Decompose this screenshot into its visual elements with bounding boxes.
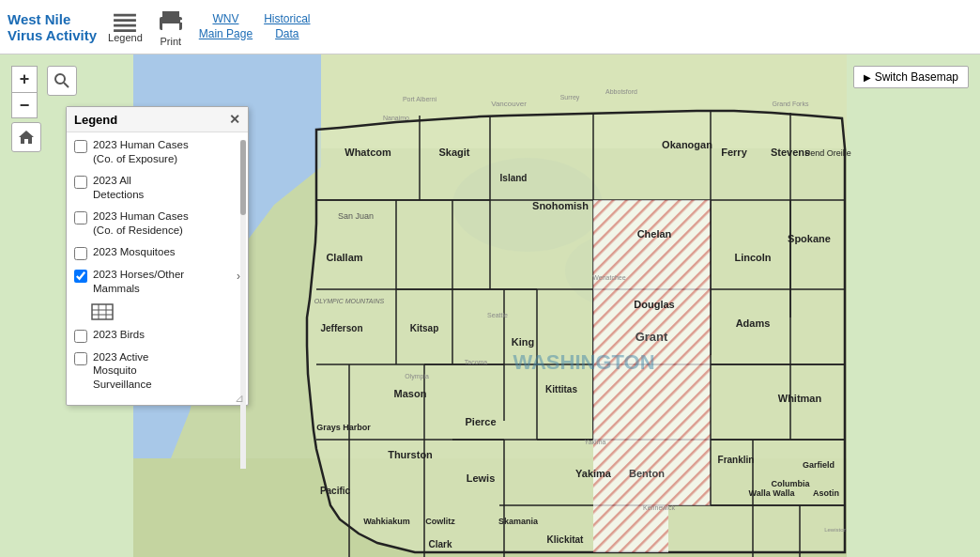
legend-label-mosquitoes: 2023 Mosquitoes (93, 245, 176, 259)
legend-checkbox-mosquitoes[interactable] (74, 247, 87, 260)
svg-text:WASHINGTON: WASHINGTON (513, 350, 654, 374)
svg-text:Spokane: Spokane (788, 233, 831, 244)
legend-scrollbar[interactable] (240, 140, 246, 469)
table-icon (91, 303, 114, 320)
legend-icon (112, 11, 138, 32)
svg-text:Wahkiakum: Wahkiakum (363, 517, 410, 526)
svg-text:Kittitas: Kittitas (545, 384, 577, 395)
svg-text:Tacoma: Tacoma (465, 359, 488, 365)
svg-text:Grand Forks: Grand Forks (773, 101, 809, 107)
svg-text:Klickitat: Klickitat (547, 534, 585, 545)
legend-label-human-cases-residence: 2023 Human Cases(Co. of Residence) (93, 209, 189, 238)
svg-text:Lewiston: Lewiston (824, 527, 847, 533)
legend-title: Legend (74, 113, 117, 127)
zoom-in-button[interactable]: + (11, 66, 38, 92)
switch-basemap-button[interactable]: ▶ Switch Basemap (853, 66, 969, 88)
svg-text:Okanogan: Okanogan (662, 139, 712, 150)
svg-text:Whatcom: Whatcom (345, 147, 391, 158)
svg-text:Skamania: Skamania (498, 517, 539, 526)
legend-label-human-cases-exposure: 2023 Human Cases(Co. of Exposure) (93, 138, 189, 166)
svg-text:Abbotsford: Abbotsford (605, 88, 637, 95)
svg-line-107 (64, 83, 69, 87)
legend-item-birds: 2023 Birds (74, 328, 240, 343)
header: West Nile Virus Activity Legend Print WN… (0, 0, 980, 54)
svg-text:Grays Harbor: Grays Harbor (316, 423, 371, 432)
legend-checkbox-human-cases-exposure[interactable] (74, 140, 87, 153)
svg-text:Skagit: Skagit (438, 147, 469, 158)
legend-checkbox-active-mosquito[interactable] (74, 352, 87, 365)
legend-panel: Legend ✕ 2023 Human Cases(Co. of Exposur… (66, 106, 249, 406)
svg-text:King: King (512, 336, 534, 348)
svg-text:Kennewick: Kennewick (643, 504, 675, 511)
svg-text:Columbia: Columbia (771, 479, 810, 488)
legend-item-human-cases-exposure: 2023 Human Cases(Co. of Exposure) (74, 138, 240, 166)
svg-text:San Juan: San Juan (338, 211, 374, 221)
legend-item-all-detections: 2023 AllDetections (74, 174, 240, 202)
legend-body: 2023 Human Cases(Co. of Exposure) 2023 A… (67, 132, 248, 405)
title-line1: West Nile (8, 11, 97, 27)
historical-data-link[interactable]: Historical Data (264, 12, 310, 41)
legend-checkbox-birds[interactable] (74, 330, 87, 343)
svg-text:Franklin: Franklin (718, 455, 755, 465)
search-button[interactable] (47, 66, 77, 96)
svg-text:Douglas: Douglas (634, 299, 674, 310)
legend-label-birds: 2023 Birds (93, 328, 145, 342)
svg-rect-109 (92, 304, 113, 319)
svg-text:Snohomish: Snohomish (532, 200, 589, 211)
svg-text:OLYMPIC MOUNTAINS: OLYMPIC MOUNTAINS (314, 298, 385, 304)
svg-text:Pend Oreille: Pend Oreille (804, 148, 851, 158)
svg-text:Kitsap: Kitsap (410, 323, 439, 333)
svg-text:Chelan: Chelan (637, 228, 672, 240)
legend-resize-handle[interactable]: ⊿ (235, 392, 246, 403)
wnv-main-page-link[interactable]: WNV Main Page (199, 12, 253, 41)
svg-text:Lewis: Lewis (467, 472, 496, 484)
svg-text:Walla Walla: Walla Walla (749, 488, 796, 498)
search-icon (54, 73, 69, 88)
svg-marker-14 (307, 111, 845, 552)
svg-text:Thurston: Thurston (388, 449, 433, 460)
legend-checkbox-human-cases-residence[interactable] (74, 211, 87, 224)
printer-icon (154, 8, 188, 36)
legend-close-button[interactable]: ✕ (229, 112, 240, 127)
legend-item-active-mosquito: 2023 ActiveMosquitoSurveillance (74, 350, 240, 393)
svg-rect-5 (162, 11, 179, 19)
svg-text:Lincoln: Lincoln (734, 252, 771, 263)
svg-text:Pacific: Pacific (320, 486, 351, 496)
svg-text:Seattle: Seattle (487, 312, 508, 318)
legend-btn-label: Legend (108, 32, 143, 43)
svg-text:Ferry: Ferry (721, 147, 747, 158)
svg-rect-40 (593, 505, 668, 552)
app-title: West Nile Virus Activity (8, 11, 97, 43)
svg-text:Cowlitz: Cowlitz (425, 517, 455, 526)
legend-checkbox-all-detections[interactable] (74, 176, 87, 189)
legend-label-horses-other: 2023 Horses/OtherMammals (93, 268, 184, 296)
svg-text:Vancouver: Vancouver (491, 100, 527, 108)
legend-scroll-thumb (240, 140, 246, 215)
svg-text:Pierce: Pierce (465, 416, 496, 427)
title-line2: Virus Activity (8, 27, 97, 43)
legend-item-horses-other: 2023 Horses/OtherMammals › (74, 268, 240, 296)
svg-marker-108 (19, 131, 34, 144)
svg-text:Clark: Clark (428, 539, 452, 549)
svg-point-106 (55, 74, 65, 84)
print-button[interactable]: Print (154, 8, 188, 47)
svg-rect-6 (162, 23, 179, 31)
legend-checkbox-horses-other[interactable] (74, 270, 87, 283)
svg-rect-1 (114, 19, 136, 22)
legend-item-human-cases-residence: 2023 Human Cases(Co. of Residence) (74, 209, 240, 238)
legend-button[interactable]: Legend (108, 11, 143, 43)
print-btn-label: Print (160, 36, 181, 47)
home-button[interactable] (11, 122, 41, 152)
svg-text:Yakima: Yakima (585, 439, 606, 445)
svg-text:Grant: Grant (635, 330, 668, 344)
svg-text:Yakima: Yakima (575, 468, 612, 479)
zoom-out-button[interactable]: − (11, 92, 38, 118)
home-icon (18, 129, 35, 146)
switch-basemap-label: Switch Basemap (875, 70, 958, 84)
svg-text:Port Alberni: Port Alberni (403, 96, 437, 102)
map-container[interactable]: Whatcom Skagit San Juan Okanogan Ferry S… (0, 54, 980, 557)
svg-text:Olympia: Olympia (405, 373, 429, 380)
svg-text:Asotin: Asotin (813, 488, 839, 498)
svg-text:Wenatchee: Wenatchee (592, 274, 625, 281)
svg-text:Benton: Benton (629, 468, 665, 479)
